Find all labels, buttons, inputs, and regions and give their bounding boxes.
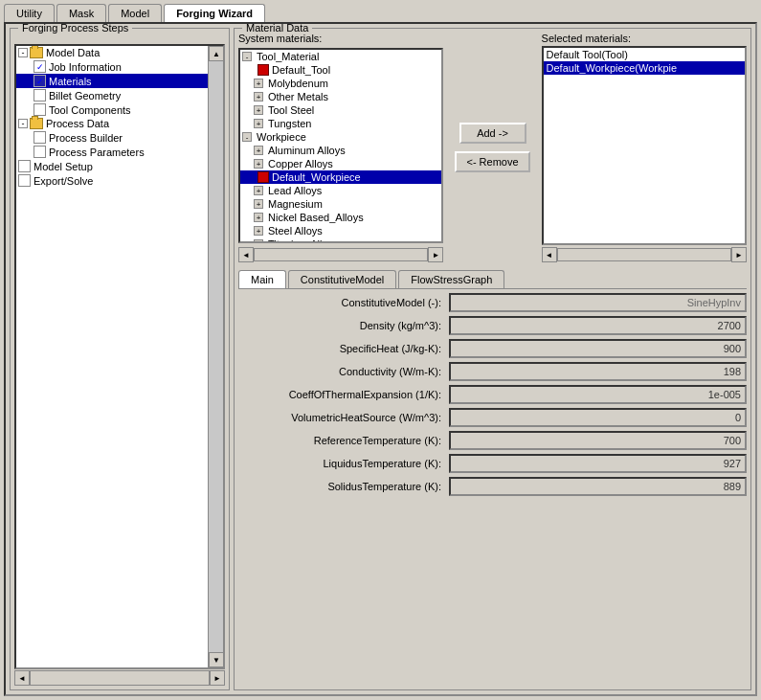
mat-expander-nickel[interactable]: +	[254, 213, 263, 222]
mat-item-tool-steel[interactable]: + Tool Steel	[240, 103, 441, 117]
mat-label-tool-material: Tool_Material	[257, 51, 319, 62]
left-scroll-up[interactable]: ▲	[209, 46, 224, 61]
tree-item-process-builder[interactable]: Process Builder	[16, 130, 208, 145]
prop-row-liquidus: LiquidusTemperature (K):	[238, 454, 747, 473]
mat-expander-tool-material[interactable]: -	[242, 52, 252, 61]
checkbox-model-setup[interactable]	[18, 160, 31, 172]
sel-item-default-tool[interactable]: Default Tool(Tool)	[544, 48, 745, 61]
checkbox-materials[interactable]	[34, 75, 46, 87]
mat-item-nickel-based[interactable]: + Nickel Based_Alloys	[240, 211, 441, 224]
mat-item-aluminum-alloys[interactable]: + Aluminum Alloys	[240, 144, 441, 157]
checkbox-process-parameters[interactable]	[34, 146, 46, 158]
left-scroll-down[interactable]: ▼	[209, 652, 224, 667]
selected-hscroll[interactable]: ◄ ►	[542, 247, 747, 262]
tree-item-process-data[interactable]: - Process Data	[16, 117, 208, 130]
sel-item-default-workpiece[interactable]: Default_Workpiece(Workpie	[544, 61, 745, 75]
sys-hscroll-track[interactable]	[254, 248, 428, 261]
prop-input-solidus[interactable]	[449, 477, 747, 496]
mat-item-default-tool[interactable]: Default_Tool	[240, 63, 441, 77]
checkbox-job-information[interactable]	[34, 60, 46, 73]
mat-label-tool-steel: Tool Steel	[268, 104, 314, 116]
left-hscroll-right[interactable]: ►	[210, 670, 225, 686]
tree-item-job-information[interactable]: Job Information	[16, 59, 208, 74]
remove-material-button[interactable]: <- Remove	[455, 151, 529, 172]
tree-item-export-solve[interactable]: Export/Solve	[16, 173, 208, 188]
process-steps-title: Forging Process Steps	[18, 22, 132, 34]
mat-item-tungsten[interactable]: + Tungsten	[240, 117, 441, 130]
checkbox-billet-geometry[interactable]	[34, 89, 46, 102]
label-materials: Materials	[49, 76, 92, 87]
mat-expander-tungsten[interactable]: +	[254, 119, 263, 128]
tree-item-process-parameters[interactable]: Process Parameters	[16, 145, 208, 159]
mat-item-copper-alloys[interactable]: + Copper Alloys	[240, 157, 441, 170]
tree-item-model-data[interactable]: - Model Data	[16, 46, 208, 59]
prop-input-ref-temp[interactable]	[449, 431, 747, 450]
add-material-button[interactable]: Add ->	[459, 123, 526, 144]
sel-hscroll-right[interactable]: ►	[731, 247, 747, 262]
mat-expander-magnesium[interactable]: +	[254, 199, 263, 209]
prop-input-vol-heat[interactable]	[449, 408, 747, 427]
mat-expander-steel[interactable]: +	[254, 226, 263, 236]
sel-hscroll-track[interactable]	[557, 248, 731, 261]
mat-expander-aluminum[interactable]: +	[254, 146, 263, 155]
prop-input-conductivity[interactable]	[449, 362, 747, 381]
mat-item-titanium-alloys[interactable]: + Titanium Alloys	[240, 237, 441, 243]
mat-item-other-metals[interactable]: + Other Metals	[240, 90, 441, 103]
mat-item-tool-material[interactable]: - Tool_Material	[240, 50, 441, 63]
tree-item-materials[interactable]: Materials	[16, 74, 208, 88]
sel-hscroll-left[interactable]: ◄	[542, 247, 557, 262]
mat-expander-molybdenum[interactable]: +	[254, 79, 263, 88]
mat-item-steel-alloys[interactable]: + Steel Alloys	[240, 224, 441, 237]
left-hscrollbar[interactable]: ◄ ►	[14, 670, 225, 686]
inner-tab-constitutive[interactable]: ConstitutiveModel	[288, 270, 396, 288]
tab-utility[interactable]: Utility	[4, 4, 55, 22]
system-materials-label: System materials:	[238, 33, 443, 44]
tab-forging-wizard[interactable]: Forging Wizard	[164, 4, 265, 22]
prop-row-vol-heat: VolumetricHeatSource (W/m^3):	[238, 408, 747, 427]
mat-expander-tool-steel[interactable]: +	[254, 105, 263, 115]
tab-mask[interactable]: Mask	[56, 4, 106, 22]
tree-item-billet-geometry[interactable]: Billet Geometry	[16, 88, 208, 102]
prop-label-vol-heat: VolumetricHeatSource (W/m^3):	[238, 412, 449, 423]
mat-expander-other-metals[interactable]: +	[254, 92, 263, 102]
prop-input-specificheat[interactable]	[449, 339, 747, 358]
mat-expander-copper[interactable]: +	[254, 159, 263, 169]
mat-item-magnesium[interactable]: + Magnesium	[240, 197, 441, 211]
inner-tab-flowstress[interactable]: FlowStressGraph	[398, 270, 504, 288]
system-materials-list[interactable]: - Tool_Material Default_Tool +	[238, 48, 443, 243]
expander-model-data[interactable]: -	[18, 48, 28, 57]
label-model-setup: Model Setup	[34, 161, 93, 172]
prop-input-coeff-thermal[interactable]	[449, 385, 747, 404]
prop-input-density[interactable]	[449, 316, 747, 335]
sys-hscroll-left[interactable]: ◄	[238, 247, 254, 262]
tree-item-model-setup[interactable]: Model Setup	[16, 159, 208, 173]
mat-item-molybdenum[interactable]: + Molybdenum	[240, 77, 441, 90]
prop-input-constitutive[interactable]	[449, 293, 747, 312]
checkbox-export-solve[interactable]	[18, 174, 31, 187]
expander-process-data[interactable]: -	[18, 119, 28, 128]
prop-input-liquidus[interactable]	[449, 454, 747, 473]
checkbox-tool-components[interactable]	[34, 103, 46, 116]
inner-tab-main[interactable]: Main	[238, 270, 286, 288]
label-job-information: Job Information	[49, 61, 122, 73]
mat-item-workpiece[interactable]: - Workpiece	[240, 130, 441, 144]
system-hscroll[interactable]: ◄ ►	[238, 247, 443, 262]
system-materials-container: System materials: - Tool_Material Defaul…	[238, 33, 443, 262]
left-vscrollbar[interactable]: ▲ ▼	[208, 46, 223, 667]
mat-item-default-workpiece[interactable]: Default_Workpiece	[240, 170, 441, 184]
sys-hscroll-right[interactable]: ►	[428, 247, 443, 262]
left-scroll-track[interactable]	[209, 61, 223, 652]
mat-expander-lead[interactable]: +	[254, 186, 263, 195]
mat-expander-titanium[interactable]: +	[254, 239, 263, 243]
mat-expander-workpiece[interactable]: -	[242, 132, 252, 142]
tree-item-tool-components[interactable]: Tool Components	[16, 102, 208, 117]
mat-label-workpiece: Workpiece	[257, 131, 306, 143]
tab-model[interactable]: Model	[108, 4, 162, 22]
checkbox-process-builder[interactable]	[34, 131, 46, 144]
process-steps-group: Forging Process Steps - Model Data Job I…	[10, 28, 230, 690]
selected-materials-list[interactable]: Default Tool(Tool) Default_Workpiece(Wor…	[542, 46, 747, 245]
left-hscroll-left[interactable]: ◄	[14, 670, 30, 686]
selected-materials-container: Selected materials: Default Tool(Tool) D…	[542, 33, 747, 262]
left-hscroll-track[interactable]	[30, 670, 210, 686]
mat-item-lead-alloys[interactable]: + Lead Alloys	[240, 184, 441, 197]
